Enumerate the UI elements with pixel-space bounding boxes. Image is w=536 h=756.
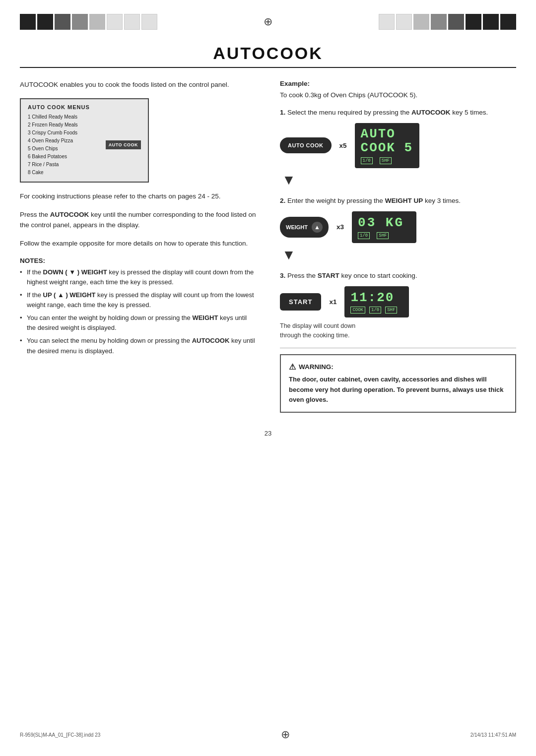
title-section: AUTOCOOK	[20, 35, 516, 68]
sq-light-1	[89, 14, 105, 30]
menu-item-2: 2 Frozen Ready Meals	[28, 121, 101, 129]
start-button-label: START	[289, 298, 312, 306]
step-1-lcd-sub: 1/0 SHF	[361, 157, 392, 164]
display-caption: The display will count downthrough the c…	[280, 321, 516, 340]
footer-crosshair-icon: ⊕	[281, 728, 290, 741]
header: ⊕	[0, 0, 536, 35]
step-2-text: 2. Enter the weight by pressing the WEIG…	[280, 196, 516, 206]
step-2-lcd-sub: 1/0 SHF	[358, 232, 389, 239]
step-3-sub3: SHF	[385, 307, 397, 314]
intro-text: AUTOCOOK enables you to cook the foods l…	[20, 80, 256, 90]
step-1-times: x5	[339, 142, 347, 149]
weight-button-label: WEIGHT	[286, 224, 308, 230]
crosshair-icon: ⊕	[264, 15, 272, 28]
footer-left: R-959(SL)M-AA_01_[FC-38].indd 23	[20, 732, 100, 738]
step-2-lcd-text: 03 KG	[358, 215, 404, 230]
step-1-arrow: ▼	[280, 172, 516, 188]
step-3-lcd-sub: COOK 1/0 SHF	[350, 307, 397, 314]
auto-cook-menu-inner: 1 Chilled Ready Meals 2 Frozen Ready Mea…	[28, 113, 141, 177]
step-3-sub2: 1/0	[369, 307, 381, 314]
page-number: 23	[0, 425, 536, 442]
notes-list: If the DOWN ( ▼ ) WEIGHT key is pressed …	[20, 267, 256, 356]
page-title: AUTOCOOK	[40, 44, 496, 63]
example-title: Example:	[280, 80, 516, 87]
step-2-visual: WEIGHT ▲ x3 03 KG 1/0 SHF	[280, 211, 516, 243]
step-3-lcd-text: 11:20	[350, 290, 394, 305]
header-center-crosshair: ⊕	[264, 15, 272, 28]
sq-black-r1	[466, 14, 481, 30]
sq-mid-1	[72, 14, 88, 30]
sq-black-r3	[500, 14, 516, 30]
sq-dark-r1	[448, 14, 464, 30]
menu-item-8: 8 Cake	[28, 169, 101, 177]
menu-item-5: 5 Oven Chips	[28, 145, 101, 153]
ref-text: For cooking instructions please refer to…	[20, 191, 256, 202]
step-1-sub1: 1/0	[361, 157, 373, 164]
auto-cook-menu-box: AUTO COOK MENUS 1 Chilled Ready Meals 2 …	[20, 98, 149, 183]
notes-title: NOTES:	[20, 257, 256, 264]
autocook-button[interactable]: AUTO COOK	[280, 137, 332, 153]
footer-right: 2/14/13 11:47:51 AM	[470, 732, 516, 738]
sq-white-1	[107, 14, 123, 30]
sq-mid-r1	[431, 14, 447, 30]
menu-item-4: 4 Oven Ready Pizza	[28, 137, 101, 145]
autocook-button-label: AUTO COOK	[288, 142, 324, 148]
sq-dark-1	[55, 14, 70, 30]
step-2-section: 2. Enter the weight by pressing the WEIG…	[280, 196, 516, 263]
press-text: Press the AUTOCOOK key until the number …	[20, 210, 256, 231]
warning-label: WARNING:	[299, 363, 334, 371]
warning-box: ⚠ WARNING: The door, outer cabinet, oven…	[280, 354, 516, 412]
step-1-lcd-line2: COOK 5	[361, 141, 413, 155]
note-4: You can select the menu by holding down …	[20, 336, 256, 356]
step-1-visual: AUTO COOK x5 AUTO COOK 5 1/0 SHF	[280, 123, 516, 168]
sq-white-r1	[379, 14, 395, 30]
note-1: If the DOWN ( ▼ ) WEIGHT key is pressed …	[20, 267, 256, 287]
menu-item-3: 3 Crispy Crumb Foods	[28, 129, 101, 137]
warning-icon: ⚠	[289, 362, 296, 372]
warning-body: The door, outer cabinet, oven cavity, ac…	[289, 375, 507, 404]
step-2-lcd: 03 KG 1/0 SHF	[352, 211, 416, 243]
menu-item-1: 1 Chilled Ready Meals	[28, 113, 101, 121]
menu-items-list: 1 Chilled Ready Meals 2 Frozen Ready Mea…	[28, 113, 101, 177]
auto-cook-panel-label: AUTO COOK	[106, 140, 141, 149]
header-left-squares	[20, 14, 157, 30]
warning-title: ⚠ WARNING:	[289, 362, 507, 372]
sq-black-1	[20, 14, 36, 30]
step-3-section: 3. Press the START key once to start coo…	[280, 271, 516, 340]
sq-white-2	[124, 14, 140, 30]
sq-white-3	[141, 14, 157, 30]
note-2: If the UP ( ▲ ) WEIGHT key is pressed th…	[20, 290, 256, 310]
main-content: AUTOCOOK enables you to cook the foods l…	[0, 68, 536, 425]
sq-light-r1	[413, 14, 429, 30]
step-3-number: 3.	[280, 272, 285, 279]
step-2-times: x3	[336, 223, 344, 231]
sq-black-2	[37, 14, 53, 30]
step-2-sub1: 1/0	[358, 232, 370, 239]
step-3-visual: START x1 11:20 COOK 1/0 SHF	[280, 286, 516, 317]
start-button[interactable]: START	[280, 293, 321, 311]
step-3-lcd: 11:20 COOK 1/0 SHF	[344, 286, 409, 317]
step-1-number: 1.	[280, 109, 285, 116]
example-subtitle: To cook 0.3kg of Oven Chips (AUTOCOOK 5)…	[280, 90, 516, 101]
follow-text: Follow the example opposite for more det…	[20, 239, 256, 249]
step-1-lcd-line1: AUTO	[361, 127, 396, 141]
menu-item-6: 6 Baked Potatoes	[28, 153, 101, 161]
step-1-sub2: SHF	[380, 157, 392, 164]
left-column: AUTOCOOK enables you to cook the foods l…	[20, 80, 270, 413]
menu-item-7: 7 Rice / Pasta	[28, 161, 101, 169]
footer: R-959(SL)M-AA_01_[FC-38].indd 23 ⊕ 2/14/…	[0, 728, 536, 741]
step-2-arrow: ▼	[280, 247, 516, 263]
sq-black-r2	[483, 14, 499, 30]
weight-up-arrow-icon: ▲	[312, 222, 323, 233]
step-1-lcd: AUTO COOK 5 1/0 SHF	[355, 123, 419, 168]
step-3-sub1: COOK	[350, 307, 365, 314]
step-3-times: x1	[329, 298, 336, 306]
step-3-text: 3. Press the START key once to start coo…	[280, 271, 516, 281]
note-3: You can enter the weight by holding down…	[20, 313, 256, 333]
sq-white-r2	[396, 14, 412, 30]
step-2-sub2: SHF	[377, 232, 389, 239]
notes-section: NOTES: If the DOWN ( ▼ ) WEIGHT key is p…	[20, 257, 256, 356]
weight-button[interactable]: WEIGHT ▲	[280, 217, 329, 238]
header-right-squares	[379, 14, 516, 30]
auto-cook-menu-title: AUTO COOK MENUS	[28, 104, 141, 110]
